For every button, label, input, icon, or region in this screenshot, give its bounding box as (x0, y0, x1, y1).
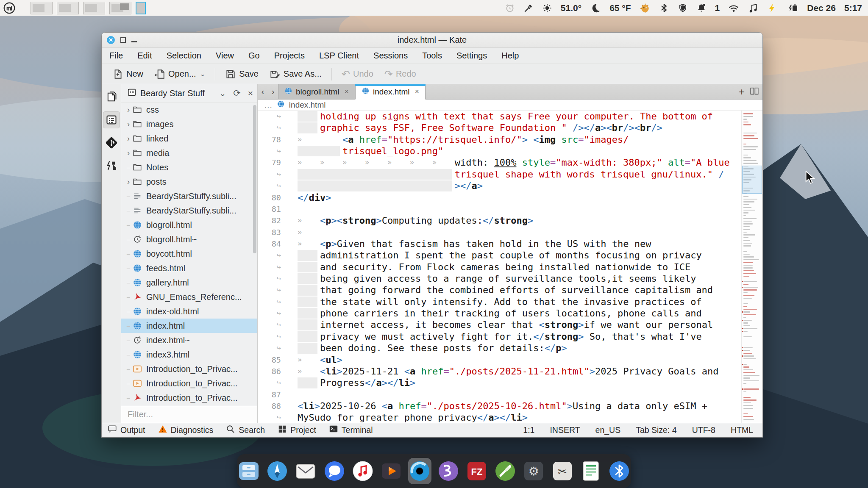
tree-item-index3-html[interactable]: –index3.html (121, 347, 257, 362)
code-view[interactable]: ↪holding up signs with text that says Fr… (258, 111, 762, 423)
open-button[interactable]: Open... ⌄ (149, 66, 211, 83)
menu-sessions[interactable]: Sessions (373, 51, 408, 61)
tray-eyedropper-icon[interactable] (523, 3, 534, 13)
dock-music-player-icon[interactable] (351, 458, 374, 484)
statusbar-pane-output[interactable]: Output (108, 424, 145, 436)
tree-item-notes[interactable]: –Notes (121, 160, 257, 175)
filter-input[interactable] (121, 406, 257, 423)
window-preview[interactable] (109, 2, 131, 14)
new-tab-icon[interactable]: + (739, 86, 745, 98)
dictionary[interactable]: en_US (595, 425, 621, 435)
tab-back-icon[interactable]: ‹ (258, 84, 268, 99)
tree-item-index-html[interactable]: –index.html (121, 319, 257, 333)
dock-scissors-tool-icon[interactable]: ✂ (551, 458, 574, 484)
tray-moon-icon[interactable] (590, 3, 601, 14)
tree-item-media[interactable]: ›media (121, 146, 257, 160)
sidebar-tool-documents-icon[interactable] (103, 89, 120, 105)
window-preview-active[interactable] (136, 2, 146, 14)
menu-help[interactable]: Help (501, 51, 519, 61)
tree-item-blogroll-html-[interactable]: –blogroll.html~ (121, 232, 257, 247)
dock-file-manager-icon[interactable] (237, 458, 260, 484)
tree-item-index-old-html[interactable]: –index-old.html (121, 304, 257, 319)
menu-go[interactable]: Go (248, 51, 260, 61)
tray-music-icon[interactable] (748, 3, 759, 14)
dock-abrowser-icon[interactable] (408, 458, 431, 484)
expand-chevron-icon[interactable]: › (125, 105, 132, 114)
statusbar-pane-terminal[interactable]: Terminal (329, 424, 373, 436)
dock-web-browser-icon[interactable] (265, 458, 289, 484)
window-preview[interactable] (31, 2, 53, 14)
minimap-view-rect[interactable] (742, 166, 762, 194)
tree-item-introduction-to-privac-[interactable]: –Introduction_to_Privac... (121, 391, 257, 405)
new-button[interactable]: New (107, 66, 149, 83)
menu-tools[interactable]: Tools (422, 51, 442, 61)
tray-text[interactable]: 51.0° (561, 3, 581, 13)
tab-blogroll[interactable]: blogroll.html × (278, 84, 355, 99)
sidebar-tool-git-icon[interactable] (103, 134, 120, 151)
redo-button[interactable]: ↷ Redo (379, 66, 422, 83)
tab-close-icon[interactable]: × (415, 87, 420, 96)
tray-text[interactable]: 5:17 (844, 3, 862, 13)
tray-text[interactable]: 65 °F (609, 3, 631, 13)
dock-bluetooth-app-icon[interactable] (608, 458, 631, 484)
syntax-mode[interactable]: HTML (731, 425, 753, 435)
titlebar[interactable]: ✕ index.html — Kate (102, 33, 762, 48)
tray-bolt-icon[interactable] (767, 3, 777, 13)
expand-chevron-icon[interactable]: › (125, 149, 132, 158)
tray-shield-icon[interactable] (678, 3, 688, 13)
tree-item-gallery-html[interactable]: –gallery.html (121, 275, 257, 290)
tray-bluetooth-icon[interactable] (659, 3, 669, 13)
tray-battery-icon[interactable] (786, 3, 798, 13)
window-preview[interactable] (83, 2, 105, 14)
menu-lsp-client[interactable]: LSP Client (319, 51, 359, 61)
tree-item-posts[interactable]: ›posts (121, 175, 257, 189)
dock-settings-icon[interactable]: ⚙ (522, 458, 545, 484)
breadcrumb-file[interactable]: index.html (289, 100, 326, 110)
tray-sun-icon[interactable] (542, 3, 552, 13)
distro-menu-icon[interactable] (3, 2, 15, 14)
dock-mail-icon[interactable] (294, 458, 317, 484)
tree-item-feeds-html[interactable]: –feeds.html (121, 261, 257, 275)
encoding[interactable]: UTF-8 (692, 425, 715, 435)
tree-item-blogroll-html[interactable]: –blogroll.html (121, 218, 257, 232)
tree-item-beardystarstuffy-subli-[interactable]: –BeardyStarStuffy.subli... (121, 203, 257, 218)
tray-wifi-icon[interactable] (728, 3, 739, 14)
statusbar-pane-diagnostics[interactable]: Diagnostics (158, 424, 214, 436)
tree-item-gnu-emacs-referenc-[interactable]: –GNU_Emacs_Referenc... (121, 290, 257, 304)
sidebar-tool-lsp-icon[interactable] (103, 157, 120, 174)
tree-item-linked[interactable]: ›linked (121, 131, 257, 146)
tray-bell-icon[interactable] (696, 3, 707, 13)
tree-item-boycott-html[interactable]: –boycott.html (121, 247, 257, 261)
menu-file[interactable]: File (109, 51, 123, 61)
expand-chevron-icon[interactable]: › (125, 120, 132, 129)
dock-writer-icon[interactable] (579, 458, 602, 484)
expand-chevron-icon[interactable]: › (125, 134, 132, 143)
save-button[interactable]: Save (220, 66, 264, 83)
tree-item-introduction-to-privac-[interactable]: –Introduction_to_Privac... (121, 362, 257, 376)
project-dropdown-icon[interactable]: ⌄ (219, 89, 226, 98)
project-refresh-icon[interactable]: ⟳ (233, 88, 241, 98)
project-close-icon[interactable]: × (248, 88, 253, 98)
menu-projects[interactable]: Projects (274, 51, 305, 61)
minimap-scrollbar[interactable] (741, 111, 762, 423)
tree-scrollbar[interactable] (253, 105, 256, 253)
menu-view[interactable]: View (216, 51, 234, 61)
undo-button[interactable]: ↶ Undo (336, 66, 379, 83)
tray-blowfish-icon[interactable] (640, 3, 651, 14)
split-view-icon[interactable] (750, 86, 759, 97)
tray-text[interactable]: Dec 26 (807, 3, 836, 13)
tab-forward-icon[interactable]: › (268, 84, 278, 99)
statusbar-pane-project[interactable]: Project (278, 424, 316, 436)
tree-item-index-html-[interactable]: –index.html~ (121, 333, 257, 347)
menu-edit[interactable]: Edit (137, 51, 152, 61)
tree-item-introduction-to-privac-[interactable]: –Introduction_to_Privac... (121, 376, 257, 391)
dock-video-player-icon[interactable] (379, 458, 403, 484)
dock-filezilla-icon[interactable]: FZ (465, 458, 488, 484)
dock-tools-icon[interactable] (494, 458, 517, 484)
tree-item-beardystarstuffy-subli-[interactable]: –BeardyStarStuffy.subli... (121, 189, 257, 203)
tray-text[interactable]: 1 (715, 3, 720, 13)
save-as-button[interactable]: Save As... (264, 66, 327, 83)
breadcrumb-ellipsis[interactable]: ... (264, 100, 273, 110)
dock-signal-messenger-icon[interactable] (323, 458, 346, 484)
menu-settings[interactable]: Settings (456, 51, 487, 61)
